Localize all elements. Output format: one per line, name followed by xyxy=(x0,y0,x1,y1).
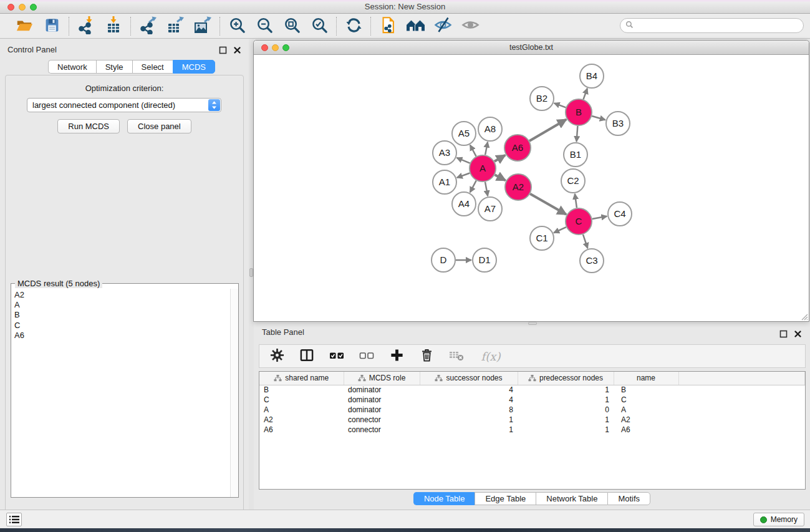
new-network-from-selection-button[interactable] xyxy=(378,16,398,36)
network-graph[interactable]: AA1A2A3A4A5A6A7A8BB1B2B3B4CC1C2C3C4DD1 xyxy=(254,55,808,321)
graph-node-B4[interactable]: B4 xyxy=(580,64,604,88)
search-input[interactable] xyxy=(637,21,803,30)
table-row[interactable]: A2connector11A2 xyxy=(259,415,805,425)
float-panel-icon[interactable] xyxy=(219,46,227,54)
graph-edge-A-A8[interactable] xyxy=(485,142,488,155)
export-table-button[interactable] xyxy=(165,16,185,36)
graph-node-A3[interactable]: A3 xyxy=(433,141,456,165)
table-row[interactable]: Bdominator41B xyxy=(259,385,805,395)
settings-button[interactable] xyxy=(268,347,286,365)
select-all-button[interactable] xyxy=(328,347,345,365)
graph-node-C3[interactable]: C3 xyxy=(580,249,604,273)
tab-motifs[interactable]: Motifs xyxy=(607,492,650,505)
column-header-predecessor-nodes[interactable]: predecessor nodes xyxy=(518,372,614,385)
graph-node-C4[interactable]: C4 xyxy=(608,202,632,226)
graph-node-B1[interactable]: B1 xyxy=(564,143,587,167)
graph-edge-B-B1[interactable] xyxy=(577,126,578,142)
graph-edge-B-B3[interactable] xyxy=(592,116,605,120)
graph-node-B2[interactable]: B2 xyxy=(530,87,554,110)
add-row-button[interactable] xyxy=(388,347,405,365)
mcds-result-item[interactable]: A2 xyxy=(14,290,229,300)
save-session-button[interactable] xyxy=(42,16,62,36)
search-box[interactable] xyxy=(620,18,804,33)
column-header-shared-name[interactable]: shared name xyxy=(259,372,344,385)
close-panel-button[interactable]: Close panel xyxy=(127,119,191,133)
column-header-MCDS-role[interactable]: MCDS role xyxy=(344,372,420,385)
graph-edge-A-A6[interactable] xyxy=(494,155,505,162)
criterion-dropdown[interactable]: largest connected component (directed) xyxy=(27,98,221,112)
graph-edge-A-A4[interactable] xyxy=(470,180,476,192)
mcds-result-item[interactable]: B xyxy=(14,310,229,320)
mcds-result-item[interactable]: A6 xyxy=(14,331,229,341)
zoom-selected-button[interactable] xyxy=(309,16,329,36)
mcds-result-item[interactable]: A xyxy=(14,300,229,310)
graph-node-A2[interactable]: A2 xyxy=(505,174,531,200)
graph-node-A6[interactable]: A6 xyxy=(504,135,531,161)
export-network-button[interactable] xyxy=(138,16,158,36)
splitter-handle[interactable] xyxy=(528,322,537,325)
graph-edge-A-A7[interactable] xyxy=(485,182,488,196)
tab-style[interactable]: Style xyxy=(96,60,132,74)
graph-node-A5[interactable]: A5 xyxy=(452,122,476,145)
graph-edge-C-C4[interactable] xyxy=(592,216,607,219)
mcds-result-item[interactable]: C xyxy=(14,321,229,331)
tab-network[interactable]: Network xyxy=(48,60,96,74)
export-image-button[interactable] xyxy=(193,16,213,36)
graph-edge-C-C1[interactable] xyxy=(554,227,566,233)
network-window-titlebar[interactable]: testGlobe.txt xyxy=(254,41,809,55)
column-view-button[interactable] xyxy=(298,347,316,365)
column-header-successor-nodes[interactable]: successor nodes xyxy=(420,372,518,385)
float-panel-icon[interactable] xyxy=(779,329,788,337)
refresh-button[interactable] xyxy=(344,16,364,36)
graph-edge-A-A2[interactable] xyxy=(494,175,505,180)
zoom-fit-button[interactable] xyxy=(282,16,302,36)
tab-mcds[interactable]: MCDS xyxy=(173,60,215,74)
graph-node-D1[interactable]: D1 xyxy=(473,248,496,272)
close-panel-icon[interactable] xyxy=(794,329,802,337)
graph-edge-A-A5[interactable] xyxy=(470,145,476,157)
show-all-button[interactable] xyxy=(460,16,480,36)
run-mcds-button[interactable]: Run MCDS xyxy=(57,119,120,133)
graph-edge-A6-B[interactable] xyxy=(529,120,566,141)
task-history-button[interactable] xyxy=(6,513,22,526)
import-table-button[interactable] xyxy=(104,16,123,36)
graph-node-A[interactable]: A xyxy=(470,155,496,181)
graph-edge-A-A1[interactable] xyxy=(457,173,470,177)
graph-node-C[interactable]: C xyxy=(566,208,592,235)
graph-node-A4[interactable]: A4 xyxy=(452,192,476,216)
open-file-button[interactable] xyxy=(14,16,34,36)
memory-button[interactable]: Memory xyxy=(753,513,804,526)
graph-node-A7[interactable]: A7 xyxy=(478,197,502,221)
deselect-all-button[interactable] xyxy=(358,347,375,365)
graph-node-D[interactable]: D xyxy=(432,248,455,272)
table-row[interactable]: Adominator80A xyxy=(259,405,805,415)
resize-grip[interactable] xyxy=(799,312,808,321)
graph-edge-B-B4[interactable] xyxy=(583,89,587,100)
tab-node-table[interactable]: Node Table xyxy=(413,492,475,505)
tab-select[interactable]: Select xyxy=(132,60,173,74)
tab-edge-table[interactable]: Edge Table xyxy=(475,492,536,505)
close-panel-icon[interactable] xyxy=(233,46,241,54)
graph-node-A8[interactable]: A8 xyxy=(478,117,502,141)
zoom-in-button[interactable] xyxy=(227,16,247,36)
table-row[interactable]: A6connector11A6 xyxy=(259,425,805,435)
graph-node-A1[interactable]: A1 xyxy=(433,170,456,194)
table-row[interactable]: Cdominator41C xyxy=(259,395,805,405)
graph-edge-B-B2[interactable] xyxy=(554,103,566,107)
delete-row-button[interactable] xyxy=(418,347,435,365)
column-header-name[interactable]: name xyxy=(614,372,678,385)
tab-network-table[interactable]: Network Table xyxy=(536,492,607,505)
import-network-button[interactable] xyxy=(76,16,96,36)
graph-node-B[interactable]: B xyxy=(566,99,592,125)
graph-node-C2[interactable]: C2 xyxy=(561,169,585,193)
zoom-out-button[interactable] xyxy=(254,16,274,36)
graph-edge-C-C3[interactable] xyxy=(583,235,587,248)
result-scrollbar[interactable] xyxy=(230,289,238,497)
network-canvas[interactable]: AA1A2A3A4A5A6A7A8BB1B2B3B4CC1C2C3C4DD1 xyxy=(254,55,809,321)
graph-edge-C-C2[interactable] xyxy=(575,194,577,208)
graph-edge-A-A3[interactable] xyxy=(456,158,470,163)
first-neighbors-button[interactable] xyxy=(405,16,425,36)
hide-selected-button[interactable] xyxy=(433,16,453,36)
graph-node-C1[interactable]: C1 xyxy=(530,226,554,250)
graph-edge-A2-C[interactable] xyxy=(530,194,566,215)
